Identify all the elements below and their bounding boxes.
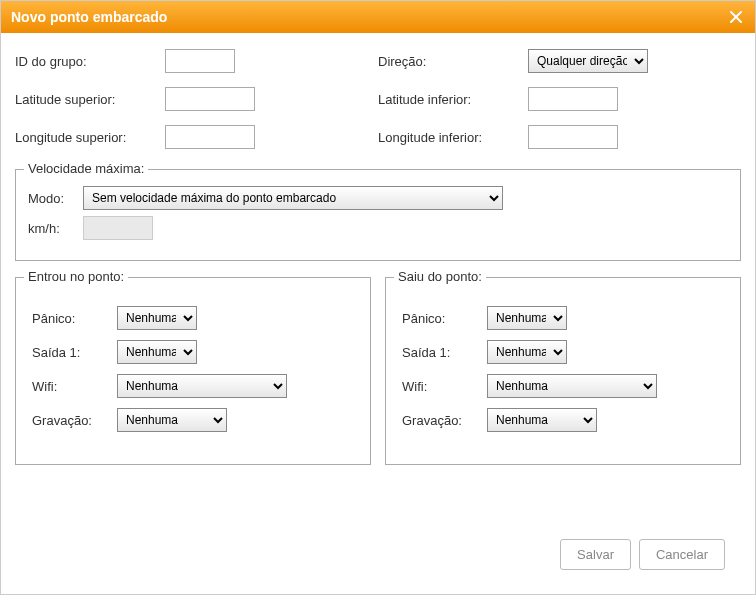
fieldset-entered: Entrou no ponto: Pânico: Nenhuma Saída 1… [15, 277, 371, 465]
select-entered-wifi[interactable]: Nenhuma [117, 374, 287, 398]
label-left-panic: Pânico: [402, 311, 487, 326]
label-entered-out1: Saída 1: [32, 345, 117, 360]
dialog-footer: Salvar Cancelar [15, 527, 741, 584]
input-group-id[interactable] [165, 49, 235, 73]
legend-speed: Velocidade máxima: [24, 161, 148, 176]
dialog-content: ID do grupo: Direção: Qualquer direção L… [1, 33, 755, 594]
legend-entered: Entrou no ponto: [24, 269, 128, 284]
close-icon[interactable] [727, 8, 745, 26]
label-group-id: ID do grupo: [15, 54, 145, 69]
select-direction[interactable]: Qualquer direção [528, 49, 648, 73]
select-entered-panic[interactable]: Nenhuma [117, 306, 197, 330]
select-left-rec[interactable]: Nenhuma [487, 408, 597, 432]
label-lon-inf: Longitude inferior: [378, 130, 508, 145]
label-entered-panic: Pânico: [32, 311, 117, 326]
label-entered-rec: Gravação: [32, 413, 117, 428]
label-lat-sup: Latitude superior: [15, 92, 145, 107]
label-lat-inf: Latitude inferior: [378, 92, 508, 107]
label-mode: Modo: [28, 191, 83, 206]
enter-leave-group: Entrou no ponto: Pânico: Nenhuma Saída 1… [15, 277, 741, 465]
select-left-out1[interactable]: Nenhuma [487, 340, 567, 364]
label-kmh: km/h: [28, 221, 83, 236]
cancel-button[interactable]: Cancelar [639, 539, 725, 570]
input-lon-inf[interactable] [528, 125, 618, 149]
input-lat-inf[interactable] [528, 87, 618, 111]
select-left-wifi[interactable]: Nenhuma [487, 374, 657, 398]
dialog-title: Novo ponto embarcado [11, 9, 167, 25]
select-left-panic[interactable]: Nenhuma [487, 306, 567, 330]
row-group-direction: ID do grupo: Direção: Qualquer direção [15, 49, 741, 73]
label-entered-wifi: Wifi: [32, 379, 117, 394]
fieldset-speed: Velocidade máxima: Modo: Sem velocidade … [15, 169, 741, 261]
row-latitude: Latitude superior: Latitude inferior: [15, 87, 741, 111]
select-entered-rec[interactable]: Nenhuma [117, 408, 227, 432]
label-left-wifi: Wifi: [402, 379, 487, 394]
dialog-container: Novo ponto embarcado ID do grupo: Direçã… [0, 0, 756, 595]
input-lon-sup[interactable] [165, 125, 255, 149]
row-longitude: Longitude superior: Longitude inferior: [15, 125, 741, 149]
select-entered-out1[interactable]: Nenhuma [117, 340, 197, 364]
input-lat-sup[interactable] [165, 87, 255, 111]
titlebar: Novo ponto embarcado [1, 1, 755, 33]
input-kmh [83, 216, 153, 240]
select-mode[interactable]: Sem velocidade máxima do ponto embarcado [83, 186, 503, 210]
label-lon-sup: Longitude superior: [15, 130, 145, 145]
label-left-out1: Saída 1: [402, 345, 487, 360]
legend-left: Saiu do ponto: [394, 269, 486, 284]
save-button[interactable]: Salvar [560, 539, 631, 570]
fieldset-left: Saiu do ponto: Pânico: Nenhuma Saída 1: … [385, 277, 741, 465]
label-left-rec: Gravação: [402, 413, 487, 428]
label-direction: Direção: [378, 54, 508, 69]
